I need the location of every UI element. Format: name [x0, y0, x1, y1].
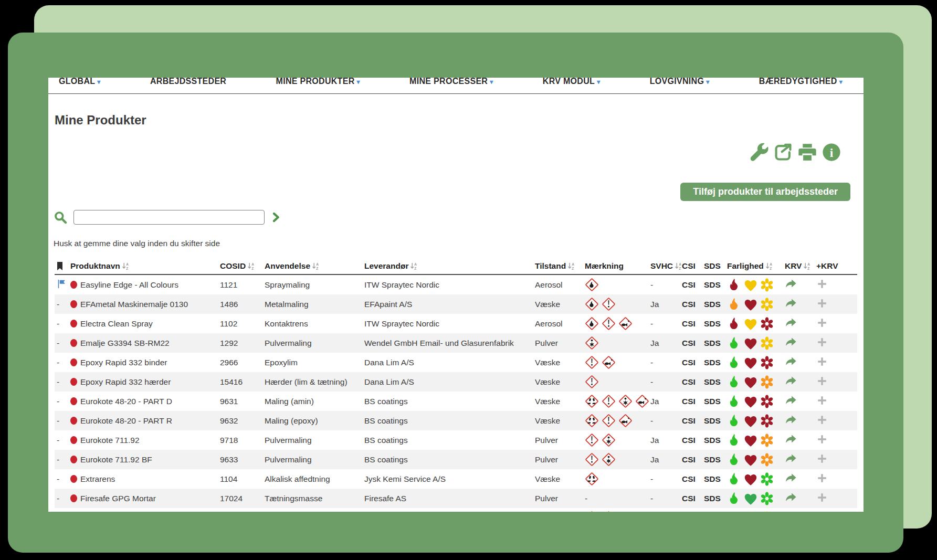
plus-icon[interactable] — [816, 278, 828, 290]
krv-share-icon[interactable] — [785, 394, 797, 407]
sds-link[interactable]: SDS — [704, 455, 727, 464]
wrench-icon[interactable] — [749, 142, 769, 162]
column-header-label: Anvendelse — [265, 261, 310, 271]
column-header-anvendelse[interactable]: Anvendelse — [265, 261, 364, 271]
csi-link[interactable]: CSI — [682, 377, 704, 387]
nav-item-arbejdssteder[interactable]: ARBEJDSSTEDER — [150, 78, 226, 88]
sort-icon[interactable] — [312, 262, 319, 270]
column-header-produktnavn[interactable]: Produktnavn — [70, 261, 220, 271]
column-header-leverandør[interactable]: Leverandør — [364, 261, 535, 271]
plus-icon[interactable] — [816, 395, 828, 406]
krv-share-icon[interactable] — [785, 278, 797, 290]
nav-item-global[interactable]: GLOBAL▾ — [59, 78, 101, 88]
info-icon[interactable] — [822, 142, 841, 162]
plus-icon[interactable] — [816, 453, 828, 464]
sds-link[interactable]: SDS — [704, 280, 727, 290]
plus-icon[interactable] — [816, 356, 828, 367]
plus-icon[interactable] — [816, 434, 828, 445]
sort-icon[interactable] — [567, 262, 575, 270]
plus-icon[interactable] — [816, 492, 828, 503]
csi-link[interactable]: CSI — [682, 319, 704, 329]
product-flag-cell[interactable]: - — [55, 416, 70, 426]
sds-link[interactable]: SDS — [704, 377, 727, 387]
column-header-svhc[interactable]: SVHC — [650, 261, 682, 271]
nav-item-mine-produkter[interactable]: MINE PRODUKTER▾ — [276, 78, 360, 88]
sds-link[interactable]: SDS — [704, 319, 727, 329]
product-flag-cell[interactable]: - — [55, 358, 70, 367]
column-header-krv[interactable]: KRV — [785, 261, 816, 271]
plus-icon[interactable] — [816, 375, 828, 387]
sort-icon[interactable] — [410, 262, 417, 270]
krv-share-icon[interactable] — [785, 375, 797, 387]
krv-share-icon[interactable] — [785, 452, 797, 465]
table-row: - Eurokote 48-20 - PART D 9631 Maling (a… — [55, 392, 857, 411]
flower-hazard-icon — [760, 472, 774, 487]
product-flag-cell[interactable]: - — [55, 339, 70, 348]
add-products-to-workplaces-button[interactable]: Tilføj produkter til arbejdssteder — [680, 183, 850, 201]
csi-link[interactable]: CSI — [682, 416, 704, 426]
csi-link[interactable]: CSI — [682, 494, 704, 503]
sort-icon[interactable] — [247, 262, 255, 270]
csi-link[interactable]: CSI — [682, 397, 704, 406]
nav-item-mine-processer[interactable]: MINE PROCESSER▾ — [409, 78, 493, 88]
plus-icon[interactable] — [816, 298, 828, 309]
column-header-tilstand[interactable]: Tilstand — [535, 261, 585, 271]
krv-share-icon[interactable] — [785, 491, 797, 504]
krv-share-icon[interactable] — [785, 414, 797, 426]
product-flag-cell[interactable] — [55, 279, 70, 291]
cosid-value: 1104 — [220, 474, 265, 484]
krv-share-icon[interactable] — [785, 336, 797, 348]
fire-hazard-icon — [727, 278, 742, 292]
fire-hazard-icon — [727, 472, 742, 487]
flag-icon[interactable] — [57, 279, 67, 289]
plus-icon[interactable] — [816, 317, 828, 329]
csi-link[interactable]: CSI — [682, 339, 704, 348]
sort-icon[interactable] — [675, 262, 682, 270]
sds-link[interactable]: SDS — [704, 436, 727, 445]
krv-share-icon[interactable] — [785, 433, 797, 446]
sds-link[interactable]: SDS — [704, 339, 727, 348]
sort-icon[interactable] — [122, 262, 129, 270]
plus-icon[interactable] — [816, 472, 828, 484]
krv-share-icon[interactable] — [785, 316, 797, 329]
product-flag-cell[interactable]: - — [55, 377, 70, 387]
print-icon[interactable] — [797, 142, 817, 162]
plus-icon[interactable] — [816, 336, 828, 348]
nav-item-bæredygtighed[interactable]: BÆREDYGTIGHED▾ — [759, 78, 843, 88]
krv-share-icon[interactable] — [785, 297, 797, 310]
sds-link[interactable]: SDS — [704, 416, 727, 426]
column-header-cosid[interactable]: COSID — [220, 261, 265, 271]
csi-link[interactable]: CSI — [682, 358, 704, 367]
plus-icon[interactable] — [816, 414, 828, 426]
product-flag-cell[interactable]: - — [55, 319, 70, 329]
sds-link[interactable]: SDS — [704, 397, 727, 406]
csi-link[interactable]: CSI — [682, 474, 704, 484]
product-flag-cell[interactable]: - — [55, 300, 70, 309]
search-input[interactable] — [73, 210, 265, 225]
product-flag-cell[interactable]: - — [55, 494, 70, 503]
csi-link[interactable]: CSI — [682, 455, 704, 464]
sds-link[interactable]: SDS — [704, 494, 727, 503]
csi-link[interactable]: CSI — [682, 436, 704, 445]
nav-item-lovgivning[interactable]: LOVGIVNING▾ — [650, 78, 710, 88]
product-flag-cell[interactable]: - — [55, 455, 70, 464]
sds-link[interactable]: SDS — [704, 358, 727, 367]
sds-link[interactable]: SDS — [704, 474, 727, 484]
search-submit-chevron-icon[interactable] — [271, 212, 281, 223]
ghs-health-pictogram — [585, 336, 599, 350]
product-flag-cell[interactable]: - — [55, 474, 70, 484]
column-header-farlighed[interactable]: Farlighed — [727, 261, 785, 271]
krv-share-icon[interactable] — [785, 472, 797, 484]
nav-item-krv-modul[interactable]: KRV MODUL▾ — [543, 78, 601, 88]
plus-icon[interactable] — [816, 511, 828, 512]
export-icon[interactable] — [773, 142, 793, 162]
krv-share-icon[interactable] — [785, 511, 797, 512]
krv-share-icon[interactable] — [785, 355, 797, 368]
product-flag-cell[interactable]: - — [55, 397, 70, 406]
sds-link[interactable]: SDS — [704, 300, 727, 309]
csi-link[interactable]: CSI — [682, 300, 704, 309]
sort-icon[interactable] — [803, 262, 810, 270]
product-flag-cell[interactable]: - — [55, 436, 70, 445]
csi-link[interactable]: CSI — [682, 280, 704, 290]
sort-icon[interactable] — [765, 262, 773, 270]
